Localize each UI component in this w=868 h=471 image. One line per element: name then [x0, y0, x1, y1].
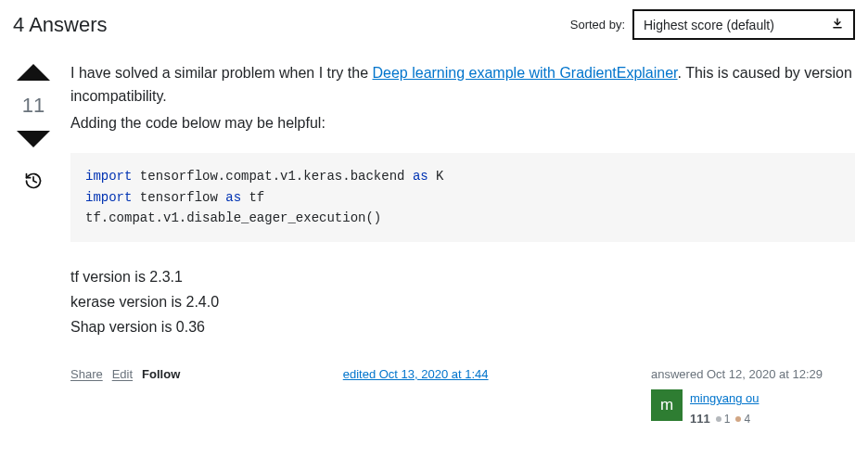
sort-label: Sorted by: [570, 18, 625, 32]
sort-select[interactable]: Highest score (default) [632, 9, 855, 40]
answer-paragraph-2: Adding the code below may be helpful: [70, 112, 855, 135]
sort-selected-value: Highest score (default) [644, 18, 774, 32]
downvote-button[interactable] [17, 131, 50, 147]
download-icon [831, 17, 844, 32]
edit-link[interactable]: Edit [112, 365, 133, 384]
bronze-badge: 4 [735, 411, 750, 428]
versions-block: tf version is 2.3.1 kerase version is 2.… [70, 264, 855, 340]
follow-button[interactable]: Follow [142, 365, 180, 384]
username-link[interactable]: mingyang ou [690, 389, 759, 408]
avatar[interactable]: m [651, 389, 683, 421]
version-line: tf version is 2.3.1 [70, 264, 855, 289]
edited-info: edited Oct 13, 2020 at 1:44 [343, 365, 489, 384]
version-line: Shap version is 0.36 [70, 314, 855, 339]
user-card: answered Oct 12, 2020 at 12:29 m mingyan… [651, 365, 855, 428]
vote-count: 11 [22, 94, 45, 118]
edited-link[interactable]: edited Oct 13, 2020 at 1:44 [343, 367, 489, 381]
post-actions: Share Edit Follow [70, 365, 180, 384]
share-link[interactable]: Share [70, 365, 103, 384]
version-line: kerase version is 2.4.0 [70, 289, 855, 314]
silver-badge: 1 [716, 411, 731, 428]
gradient-explainer-link[interactable]: Deep learning example with GradientExpla… [372, 65, 677, 81]
timeline-icon[interactable] [24, 172, 43, 193]
answer-text-before: I have solved a similar problem when I t… [70, 65, 372, 81]
answer-paragraph-1: I have solved a similar problem when I t… [70, 62, 855, 108]
answers-count-title: 4 Answers [13, 13, 108, 37]
answered-time: answered Oct 12, 2020 at 12:29 [651, 365, 855, 384]
reputation: 111 [690, 410, 710, 428]
code-block: import tensorflow.compat.v1.keras.backen… [70, 153, 855, 241]
upvote-button[interactable] [17, 64, 50, 81]
